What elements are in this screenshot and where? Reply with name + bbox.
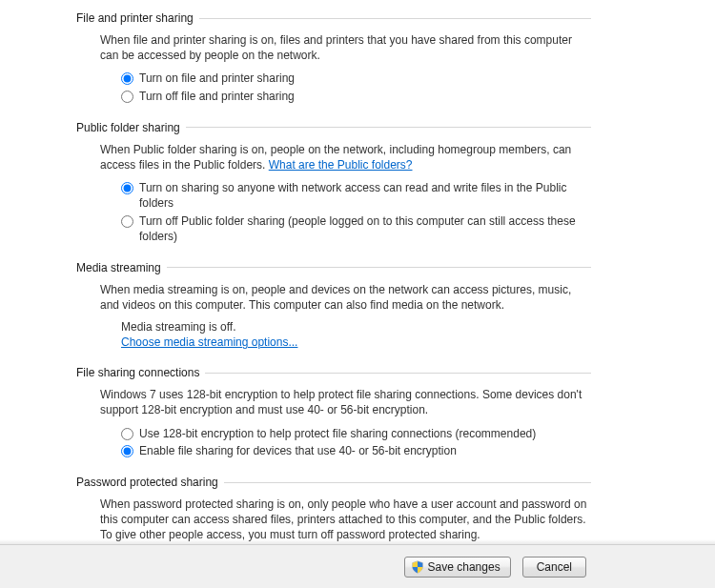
radio-input[interactable] <box>121 215 133 228</box>
section-title: File sharing connections <box>76 366 205 379</box>
section-header: Public folder sharing <box>76 121 715 134</box>
radio-input[interactable] <box>121 182 133 194</box>
radio-label: Enable file sharing for devices that use… <box>139 443 457 458</box>
divider <box>199 18 591 19</box>
media-streaming-options-link[interactable]: Choose media streaming options... <box>121 335 297 349</box>
divider <box>205 373 591 374</box>
section-header: File sharing connections <box>76 366 715 379</box>
radio-file-printer-on[interactable]: Turn on file and printer sharing <box>121 71 591 86</box>
media-streaming-status: Media streaming is off. <box>121 320 591 334</box>
radio-input[interactable] <box>121 428 133 440</box>
divider <box>186 127 591 128</box>
radio-label: Turn off file and printer sharing <box>139 89 295 104</box>
radio-label: Turn on sharing so anyone with network a… <box>139 180 591 211</box>
save-changes-button[interactable]: Save changes <box>404 557 511 578</box>
radio-public-folder-on[interactable]: Turn on sharing so anyone with network a… <box>121 180 591 211</box>
section-password-protected-sharing: Password protected sharing When password… <box>0 476 715 543</box>
section-description: When Public folder sharing is on, people… <box>100 142 591 172</box>
section-description: When file and printer sharing is on, fil… <box>100 32 591 63</box>
section-description: Windows 7 uses 128-bit encryption to hel… <box>100 387 591 417</box>
section-file-printer-sharing: File and printer sharing When file and p… <box>0 11 715 104</box>
settings-content: File and printer sharing When file and p… <box>0 0 715 545</box>
section-description: When password protected sharing is on, o… <box>100 497 591 543</box>
section-file-sharing-connections: File sharing connections Windows 7 uses … <box>0 366 715 458</box>
radio-input[interactable] <box>121 445 133 457</box>
radio-label: Use 128-bit encryption to help protect f… <box>139 426 536 441</box>
footer-bar: Save changes Cancel <box>0 544 715 588</box>
section-header: Password protected sharing <box>76 476 715 489</box>
button-label: Save changes <box>428 560 500 574</box>
radio-128bit-encryption[interactable]: Use 128-bit encryption to help protect f… <box>121 426 591 441</box>
section-title: Media streaming <box>76 261 167 274</box>
radio-file-printer-off[interactable]: Turn off file and printer sharing <box>121 89 591 104</box>
radio-4056bit-encryption[interactable]: Enable file sharing for devices that use… <box>121 443 591 458</box>
radio-input[interactable] <box>121 72 133 85</box>
radio-public-folder-off[interactable]: Turn off Public folder sharing (people l… <box>121 213 591 244</box>
section-description: When media streaming is on, people and d… <box>100 282 591 313</box>
section-public-folder-sharing: Public folder sharing When Public folder… <box>0 121 715 244</box>
section-title: File and printer sharing <box>76 11 199 25</box>
public-folders-link[interactable]: What are the Public folders? <box>269 158 413 172</box>
radio-input[interactable] <box>121 91 133 103</box>
section-header: File and printer sharing <box>76 11 715 25</box>
section-media-streaming: Media streaming When media streaming is … <box>0 261 715 349</box>
divider <box>167 267 591 268</box>
radio-label: Turn off Public folder sharing (people l… <box>139 213 591 244</box>
divider <box>224 482 591 483</box>
radio-label: Turn on file and printer sharing <box>139 71 295 86</box>
uac-shield-icon <box>411 560 424 574</box>
cancel-button[interactable]: Cancel <box>522 557 586 578</box>
button-label: Cancel <box>537 560 572 574</box>
section-header: Media streaming <box>76 261 715 274</box>
section-title: Password protected sharing <box>76 476 224 489</box>
section-title: Public folder sharing <box>76 121 186 134</box>
